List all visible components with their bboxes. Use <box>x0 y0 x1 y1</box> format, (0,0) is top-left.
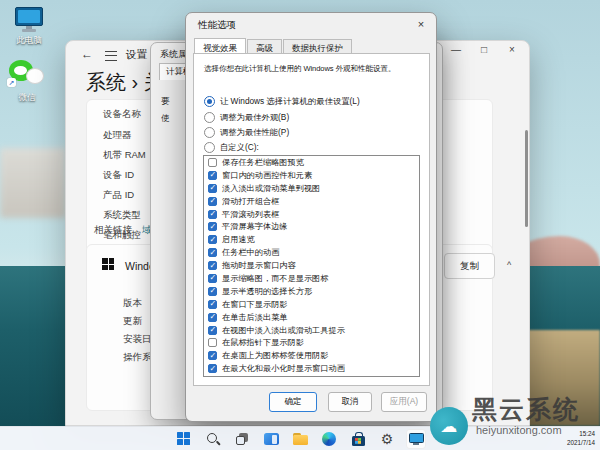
checkbox-icon[interactable] <box>208 197 217 206</box>
checkbox-icon[interactable] <box>208 300 217 309</box>
wallpaper-mist <box>0 148 66 218</box>
widgets-icon[interactable] <box>261 429 281 449</box>
task-view-icon[interactable] <box>232 429 252 449</box>
visual-effect-option[interactable]: 在鼠标指针下显示阴影 <box>204 336 419 349</box>
visual-effect-option[interactable]: 在单击后淡出菜单 <box>204 311 419 324</box>
back-icon[interactable]: ← <box>81 47 93 61</box>
checkbox-icon[interactable] <box>208 326 217 335</box>
checkbox-icon[interactable] <box>208 222 217 231</box>
ok-button[interactable]: 确定 <box>269 392 317 412</box>
radio-label: 让 Windows 选择计算机的最佳设置(L) <box>220 96 360 107</box>
close-button[interactable]: × <box>505 44 519 55</box>
radio-best-performance[interactable]: 调整为最佳性能(P) <box>204 127 289 138</box>
checkbox-label: 在窗口下显示阴影 <box>222 299 288 310</box>
related-links-label: 相关链接 <box>94 224 132 237</box>
taskbar-clock[interactable]: 15:24 2021/7/14 <box>567 430 595 448</box>
dialog-description: 选择你想在此计算机上使用的 Windows 外观和性能设置。 <box>204 64 396 74</box>
file-explorer-icon[interactable] <box>290 429 310 449</box>
radio-best-appearance[interactable]: 调整为最佳外观(B) <box>204 112 289 123</box>
checkbox-icon[interactable] <box>208 338 217 347</box>
visual-effect-option[interactable]: 显示半透明的选择长方形 <box>204 285 419 298</box>
checkbox-icon[interactable] <box>208 261 217 270</box>
clock-date: 2021/7/14 <box>567 439 595 448</box>
radio-icon <box>204 127 215 138</box>
desktop-icon-wechat[interactable]: ↗ 微信 <box>2 60 52 104</box>
radio-custom[interactable]: 自定义(C): <box>204 142 259 153</box>
microsoft-store-icon[interactable] <box>348 429 368 449</box>
visual-effect-option[interactable]: 平滑屏幕字体边缘 <box>204 220 419 233</box>
checkbox-icon[interactable] <box>208 364 217 373</box>
settings-app-title: 设置 <box>126 48 147 62</box>
visual-effects-list[interactable]: 保存任务栏缩略图预览 窗口内的动画控件和元素 淡入淡出或滑动菜单到视图 滑动打开… <box>203 155 420 377</box>
spec-row: 设备名称 <box>103 108 141 121</box>
visual-effect-option[interactable]: 在视图中淡入淡出或滑动工具提示 <box>204 324 419 337</box>
checkbox-label: 启用速览 <box>222 234 255 245</box>
maximize-button[interactable]: □ <box>477 44 491 55</box>
edge-icon[interactable] <box>319 429 339 449</box>
radio-icon <box>204 142 215 153</box>
start-icon[interactable] <box>174 429 194 449</box>
hamburger-menu-icon[interactable] <box>105 51 117 61</box>
clock-time: 15:24 <box>567 430 595 439</box>
visual-effect-option[interactable]: 任务栏中的动画 <box>204 246 419 259</box>
visual-effect-option[interactable]: 滑动打开组合框 <box>204 195 419 208</box>
checkbox-label: 淡入淡出或滑动菜单到视图 <box>222 183 320 194</box>
visual-effect-option[interactable]: 平滑滚动列表框 <box>204 208 419 221</box>
chevron-up-icon[interactable]: ^ <box>498 253 520 277</box>
radio-let-windows-choose[interactable]: 让 Windows 选择计算机的最佳设置(L) <box>204 96 360 107</box>
checkbox-icon[interactable] <box>208 287 217 296</box>
apply-button[interactable]: 应用(A) <box>381 392 427 412</box>
spec-row: 机带 RAM <box>103 149 146 162</box>
minimize-button[interactable]: — <box>449 44 463 55</box>
radio-label: 自定义(C): <box>220 142 259 153</box>
checkbox-label: 在单击后淡出菜单 <box>222 312 288 323</box>
close-icon[interactable]: × <box>412 16 430 32</box>
checkbox-icon[interactable] <box>208 158 217 167</box>
visual-effect-option[interactable]: 在最大化和最小化时显示窗口动画 <box>204 362 419 375</box>
checkbox-icon[interactable] <box>208 313 217 322</box>
checkbox-label: 显示缩略图，而不是显示图标 <box>222 273 328 284</box>
settings-gear-icon[interactable]: ⚙ <box>377 429 397 449</box>
copy-button[interactable]: 复制 <box>444 253 495 279</box>
checkbox-icon[interactable] <box>208 171 217 180</box>
dialog-title: 性能选项 <box>198 19 236 32</box>
checkbox-label: 在鼠标指针下显示阴影 <box>222 337 304 348</box>
checkbox-icon[interactable] <box>208 248 217 257</box>
radio-label: 调整为最佳性能(P) <box>220 127 289 138</box>
visual-effect-option[interactable]: 在窗口下显示阴影 <box>204 298 419 311</box>
spec-row: 处理器 <box>103 129 132 142</box>
cancel-button[interactable]: 取消 <box>328 392 372 412</box>
visual-effect-option[interactable]: 淡入淡出或滑动菜单到视图 <box>204 182 419 195</box>
visual-effect-option[interactable]: 窗口内的动画控件和元素 <box>204 169 419 182</box>
settings-scrollbar[interactable] <box>525 130 528 227</box>
os-row: 版本 <box>123 297 142 310</box>
system-properties-icon[interactable] <box>406 429 426 449</box>
radio-label: 调整为最佳外观(B) <box>220 112 289 123</box>
visual-effect-option[interactable]: 拖动时显示窗口内容 <box>204 259 419 272</box>
checkbox-label: 窗口内的动画控件和元素 <box>222 170 312 181</box>
visual-effect-option[interactable]: 启用速览 <box>204 233 419 246</box>
checkbox-icon[interactable] <box>208 274 217 283</box>
desktop-icon-label: 此电脑 <box>4 35 54 47</box>
desktop-icon-this-pc[interactable]: 此电脑 <box>4 7 54 47</box>
search-icon[interactable] <box>203 429 223 449</box>
visual-effect-option[interactable]: 在桌面上为图标标签使用阴影 <box>204 349 419 362</box>
checkbox-icon[interactable] <box>208 235 217 244</box>
checkbox-label: 在最大化和最小化时显示窗口动画 <box>222 363 345 374</box>
checkbox-label: 任务栏中的动画 <box>222 247 279 258</box>
checkbox-label: 保存任务栏缩略图预览 <box>222 157 304 168</box>
performance-options-dialog: 性能选项 × 视觉效果 高级 数据执行保护 选择你想在此计算机上使用的 Wind… <box>185 12 437 422</box>
radio-icon <box>204 96 215 107</box>
this-pc-icon <box>14 7 44 33</box>
os-row: 更新 <box>123 315 142 328</box>
visual-effect-option[interactable]: 显示缩略图，而不是显示图标 <box>204 272 419 285</box>
checkbox-icon[interactable] <box>208 351 217 360</box>
checkbox-icon[interactable] <box>208 184 217 193</box>
checkbox-label: 在桌面上为图标标签使用阴影 <box>222 350 328 361</box>
visual-effect-option[interactable]: 保存任务栏缩略图预览 <box>204 156 419 169</box>
checkbox-label: 平滑滚动列表框 <box>222 209 279 220</box>
desktop: 此电脑 ↗ 微信 ← 设置 — □ × 系统 › 关 设备名称 处理器 机带 R… <box>0 0 600 450</box>
checkbox-icon[interactable] <box>208 210 217 219</box>
radio-icon <box>204 112 215 123</box>
desktop-icon-label: 微信 <box>2 92 52 104</box>
